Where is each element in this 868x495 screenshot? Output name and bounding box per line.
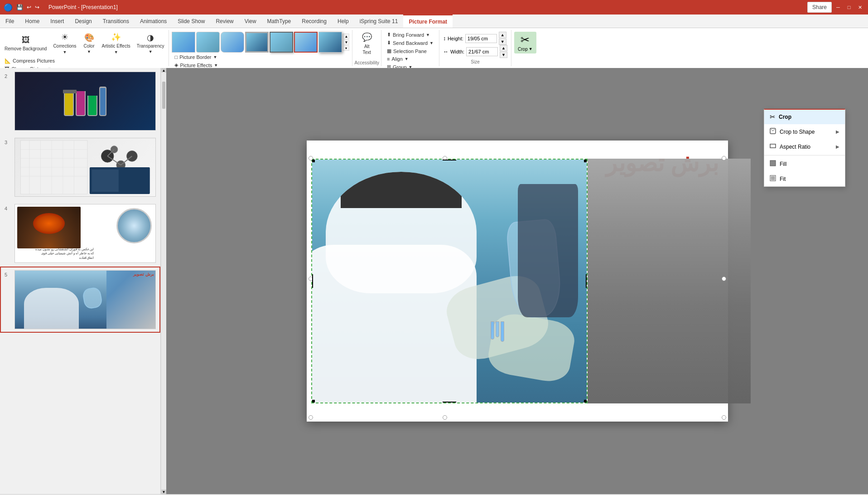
style-thumb-6[interactable] <box>294 32 318 53</box>
crop-button[interactable]: ✂ Crop ▼ <box>514 32 536 53</box>
crop-handle-bottom-right[interactable] <box>584 400 588 403</box>
width-label: Width: <box>450 49 464 54</box>
style-scroll-up[interactable]: ▲ <box>343 34 349 39</box>
tab-mathtype[interactable]: MathType <box>262 15 297 28</box>
picture-effects-icon: ◈ <box>174 62 178 68</box>
crop-group: ✂ Crop ▼ <box>511 30 539 66</box>
tab-design[interactable]: Design <box>69 15 97 28</box>
size-label: Size <box>443 59 507 64</box>
slide-panel-scrollbar: ▲ ▼ <box>161 68 166 494</box>
remove-background-button[interactable]: 🖼 Remove Background <box>2 31 49 56</box>
share-button[interactable]: Share <box>807 2 832 13</box>
tab-review[interactable]: Review <box>210 15 239 28</box>
crop-handle-bottom-left[interactable] <box>311 400 315 403</box>
style-thumb-3[interactable] <box>221 32 244 53</box>
minimize-button[interactable]: ─ <box>834 3 843 12</box>
tab-recording[interactable]: Recording <box>296 15 332 28</box>
crop-handle-top-right[interactable] <box>584 159 588 162</box>
height-up-button[interactable]: ▲ <box>499 32 506 38</box>
picture-styles-group: ▲ ▼ ▾ □ Picture Border ▼ ◈ Picture Effec… <box>169 30 352 66</box>
slide-panel-container: 2 <box>0 68 166 494</box>
slide-5-title-preview: برش تصویر <box>133 272 154 277</box>
tab-transitions[interactable]: Transitions <box>97 15 135 28</box>
title-text: PowerPoint - [Presentation1] <box>48 4 118 10</box>
outer-handle-bl[interactable] <box>309 415 313 420</box>
crop-handle-top-left[interactable] <box>311 159 315 162</box>
height-down-button[interactable]: ▼ <box>499 39 506 45</box>
scroll-down-button[interactable]: ▼ <box>161 490 166 494</box>
corrections-button[interactable]: ☀ Corrections ▼ <box>50 31 79 56</box>
style-thumb-4[interactable] <box>245 32 269 53</box>
alt-text-button[interactable]: 💬 AltText <box>354 31 379 57</box>
crop-menu-fit[interactable]: Fit <box>764 171 845 186</box>
color-button[interactable]: 🎨 Color ▼ <box>80 31 98 56</box>
style-scroll-down[interactable]: ▼ <box>343 39 349 45</box>
tab-slideshow[interactable]: Slide Show <box>172 15 210 28</box>
tab-view[interactable]: View <box>239 15 262 28</box>
tab-insert[interactable]: Insert <box>45 15 69 28</box>
tab-animations[interactable]: Animations <box>135 15 172 28</box>
compress-pictures-button[interactable]: 📐 Compress Pictures <box>2 57 167 65</box>
crop-menu-divider <box>764 155 845 155</box>
slide-thumb-3 <box>14 138 156 197</box>
tab-home[interactable]: Home <box>19 15 45 28</box>
scroll-thumb[interactable] <box>162 82 165 109</box>
crop-menu-crop-icon: ✂ <box>770 113 775 121</box>
style-thumb-5[interactable] <box>270 32 293 53</box>
close-button[interactable]: ✕ <box>855 3 864 12</box>
style-thumb-1[interactable] <box>172 32 195 53</box>
slide-item-4[interactable]: 4 این عکس به فوران آتشفشانی رو نشون میده… <box>0 200 160 267</box>
crop-menu-crop-label: Crop <box>779 114 791 120</box>
width-up-button[interactable]: ▲ <box>500 45 507 51</box>
crop-menu-aspect-ratio[interactable]: Aspect Ratio ▶ <box>764 139 845 154</box>
tab-picture-format[interactable]: Picture Format <box>403 15 453 28</box>
fill-icon <box>770 160 776 168</box>
lab-image[interactable] <box>311 159 588 403</box>
tab-file[interactable]: File <box>0 15 19 28</box>
outer-handle-tr[interactable] <box>722 156 726 160</box>
picture-border-button[interactable]: □ Picture Border ▼ <box>172 53 349 61</box>
artistic-effects-button[interactable]: ✨ Artistic Effects ▼ <box>99 31 133 56</box>
tab-ispring[interactable]: iSpring Suite 11 <box>354 15 404 28</box>
style-thumb-7[interactable] <box>318 32 342 53</box>
outer-handle-bc[interactable] <box>443 415 447 420</box>
slide-item-3[interactable]: 3 <box>0 134 160 200</box>
scroll-up-button[interactable]: ▲ <box>161 68 166 73</box>
outer-handle-mr[interactable] <box>722 277 726 281</box>
align-button[interactable]: ≡ Align ▼ <box>384 55 436 63</box>
slide-item-2[interactable]: 2 <box>0 68 160 134</box>
picture-border-icon: □ <box>174 54 178 60</box>
crop-handle-bottom-center[interactable] <box>443 402 456 403</box>
outer-handle-br[interactable] <box>722 415 726 420</box>
height-icon: ↕ <box>443 35 446 42</box>
bring-forward-button[interactable]: ⬆ Bring Forward ▼ <box>384 31 436 39</box>
height-row: ↕ Height: ▲ ▼ <box>443 32 507 45</box>
width-row: ↔ Width: ▲ ▼ <box>443 45 507 58</box>
svg-rect-24 <box>771 176 775 180</box>
crop-dropdown-arrow[interactable]: ▼ <box>529 47 533 51</box>
slide-number-3: 3 <box>5 138 11 197</box>
transparency-button[interactable]: ◑ Transparency ▼ <box>134 31 167 56</box>
maximize-button[interactable]: □ <box>844 3 854 12</box>
send-backward-button[interactable]: ⬇ Send Backward ▼ <box>384 39 436 47</box>
quick-access-undo[interactable]: ↩ <box>27 4 31 10</box>
ribbon-content: 🖼 Remove Background ☀ Corrections ▼ 🎨 Co… <box>0 28 868 68</box>
selection-pane-icon: ▦ <box>387 48 391 54</box>
tab-help[interactable]: Help <box>332 15 354 28</box>
quick-access-save[interactable]: 💾 <box>16 4 23 10</box>
crop-menu-fill[interactable]: Fill <box>764 156 845 171</box>
width-input[interactable] <box>466 47 498 56</box>
arrange-group: ⬆ Bring Forward ▼ ⬇ Send Backward ▼ ▦ Se… <box>381 30 439 66</box>
slide-thumb-2 <box>14 72 156 131</box>
compress-icon: 📐 <box>5 58 11 64</box>
selection-pane-button[interactable]: ▦ Selection Pane <box>384 47 436 55</box>
height-input[interactable] <box>465 34 497 43</box>
svg-rect-22 <box>770 160 776 166</box>
crop-menu-crop[interactable]: ✂ Crop <box>764 110 845 124</box>
style-scroll-more[interactable]: ▾ <box>343 45 349 51</box>
crop-menu-crop-to-shape[interactable]: Crop to Shape ▶ <box>764 124 845 139</box>
style-thumb-2[interactable] <box>196 32 220 53</box>
quick-access-redo[interactable]: ↪ <box>35 4 39 10</box>
slide-item-5[interactable]: 5 برش تصویر <box>0 267 160 333</box>
width-down-button[interactable]: ▼ <box>500 52 507 58</box>
